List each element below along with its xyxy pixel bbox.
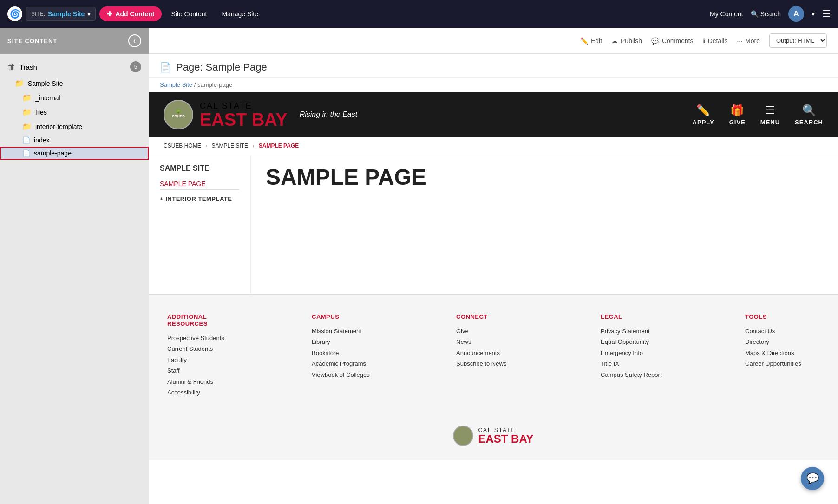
footer-link-viewbook[interactable]: Viewbook of Colleges: [312, 369, 386, 380]
folder-icon: 📁: [22, 122, 32, 131]
footer-link-contact[interactable]: Contact Us: [745, 326, 819, 336]
breadcrumb-home: CSUEB HOME: [164, 142, 201, 149]
my-content-link[interactable]: My Content: [710, 10, 743, 18]
footer-link-equal-opportunity[interactable]: Equal Opportunity: [601, 336, 675, 347]
footer-link-library[interactable]: Library: [312, 336, 386, 347]
footer-link-faculty[interactable]: Faculty: [167, 355, 242, 365]
search-label: Search: [760, 10, 781, 18]
app-logo[interactable]: 🌀: [7, 6, 22, 21]
sidebar-item-label: Sample Site: [28, 80, 63, 87]
footer-link-emergency[interactable]: Emergency Info: [601, 348, 675, 358]
file-icon: 📄: [22, 149, 30, 157]
footer-link-campus-safety[interactable]: Campus Safety Report: [601, 369, 675, 380]
give-nav-item[interactable]: 🎁 GIVE: [729, 104, 746, 126]
publish-icon: ☁: [611, 37, 618, 45]
footer-link-academic[interactable]: Academic Programs: [312, 358, 386, 369]
hamburger-menu-icon[interactable]: ☰: [822, 8, 831, 19]
more-label: More: [745, 37, 760, 45]
sidebar-item-sample-page[interactable]: 📄 sample-page: [0, 147, 149, 160]
add-content-button[interactable]: ✚ Add Content: [99, 6, 162, 21]
chat-button[interactable]: 💬: [801, 467, 824, 490]
footer-columns: ADDITIONALRESOURCES Prospective Students…: [167, 313, 819, 398]
footer-logo-bottom: CAL STATE EAST BAY: [453, 426, 533, 446]
sidebar-item-interior-template[interactable]: 📁 interior-template: [0, 119, 149, 134]
footer-col-campus: CAMPUS Mission Statement Library Booksto…: [312, 313, 386, 398]
csueb-logo: 🌳CSUEB CAL STATE EAST BAY Rising in the …: [164, 100, 357, 129]
search-button[interactable]: 🔍 Search: [751, 10, 781, 18]
footer-link-subscribe[interactable]: Subscribe to News: [456, 358, 530, 369]
footer-link-mission[interactable]: Mission Statement: [312, 326, 386, 336]
add-content-label: Add Content: [115, 10, 154, 18]
footer-link-give[interactable]: Give: [456, 326, 530, 336]
top-navigation: 🌀 SITE: Sample Site ▾ ✚ Add Content Site…: [0, 0, 838, 28]
footer-link-announcements[interactable]: Announcements: [456, 348, 530, 358]
user-menu-chevron-icon[interactable]: ▾: [812, 10, 815, 18]
footer-link-accessibility[interactable]: Accessibility: [167, 387, 242, 398]
manage-site-link[interactable]: Manage Site: [216, 6, 264, 21]
comments-button[interactable]: 💬 Comments: [651, 37, 694, 45]
sidebar-item-label: sample-page: [34, 149, 72, 157]
menu-label: MENU: [760, 119, 780, 126]
edit-label: Edit: [591, 37, 602, 45]
search-nav-icon: 🔍: [802, 104, 816, 117]
sidebar-item-label: index: [34, 136, 49, 144]
site-selector[interactable]: SITE: Sample Site ▾: [26, 7, 96, 21]
menu-icon: ☰: [765, 104, 775, 117]
folder-icon: 📁: [22, 108, 32, 116]
page-type-icon: 📄: [160, 62, 171, 73]
edit-button[interactable]: ✏️ Edit: [580, 37, 602, 45]
site-nav-sidebar: SAMPLE SITE SAMPLE PAGE + INTERIOR TEMPL…: [149, 155, 251, 294]
info-icon: ℹ: [703, 37, 705, 45]
sample-page-nav-link[interactable]: SAMPLE PAGE: [160, 178, 239, 190]
sidebar-item-label: _internal: [35, 94, 60, 102]
details-button[interactable]: ℹ Details: [703, 37, 728, 45]
more-button[interactable]: ··· More: [737, 37, 760, 45]
publish-label: Publish: [621, 37, 642, 45]
site-nav-title: SAMPLE SITE: [160, 164, 239, 173]
sidebar-item-sample-site[interactable]: 📁 Sample Site: [0, 76, 149, 90]
trash-label: Trash: [20, 63, 126, 71]
footer-link-maps[interactable]: Maps & Directions: [745, 348, 819, 358]
footer-link-prospective[interactable]: Prospective Students: [167, 333, 242, 343]
footer-link-alumni[interactable]: Alumni & Friends: [167, 376, 242, 387]
user-avatar[interactable]: A: [788, 6, 804, 22]
output-format-select[interactable]: Output: HTML: [769, 33, 827, 48]
breadcrumb-site-name: SAMPLE SITE: [211, 142, 248, 149]
give-label: GIVE: [729, 119, 746, 126]
sidebar-item-files[interactable]: 📁 files: [0, 105, 149, 119]
folder-icon: 📁: [22, 93, 32, 102]
breadcrumb-current-page: SAMPLE PAGE: [259, 142, 299, 149]
search-nav-item[interactable]: 🔍 SEARCH: [795, 104, 823, 126]
calstate-text: CAL STATE: [200, 101, 288, 111]
sidebar-tree: 🗑 Trash 5 📁 Sample Site 📁 _internal 📁 fi…: [0, 54, 149, 163]
footer-link-news[interactable]: News: [456, 336, 530, 347]
breadcrumb-sep2: ›: [252, 142, 255, 149]
edit-icon: ✏️: [580, 37, 588, 45]
footer-link-careers[interactable]: Career Opportunities: [745, 358, 819, 369]
footer-link-directory[interactable]: Directory: [745, 336, 819, 347]
search-icon: 🔍: [751, 10, 759, 18]
sidebar-item-index[interactable]: 📄 index: [0, 134, 149, 147]
footer-link-privacy[interactable]: Privacy Statement: [601, 326, 675, 336]
menu-nav-item[interactable]: ☰ MENU: [760, 104, 780, 126]
footer-col-title-connect: CONNECT: [456, 313, 530, 320]
footer-link-title-ix[interactable]: Title IX: [601, 358, 675, 369]
site-content-link[interactable]: Site Content: [165, 6, 212, 21]
trash-icon: 🗑: [7, 62, 16, 72]
footer-link-current[interactable]: Current Students: [167, 343, 242, 354]
plus-icon: ✚: [107, 10, 112, 18]
interior-template-nav-item[interactable]: + INTERIOR TEMPLATE: [160, 192, 239, 206]
breadcrumb-sep1: ›: [205, 142, 209, 149]
footer-link-staff[interactable]: Staff: [167, 365, 242, 376]
footer-link-bookstore[interactable]: Bookstore: [312, 348, 386, 358]
footer-col-legal: LEGAL Privacy Statement Equal Opportunit…: [601, 313, 675, 398]
publish-button[interactable]: ☁ Publish: [611, 37, 642, 45]
csueb-footer: ADDITIONALRESOURCES Prospective Students…: [149, 294, 838, 412]
sidebar-collapse-button[interactable]: ‹: [128, 34, 141, 47]
sidebar-item-trash[interactable]: 🗑 Trash 5: [0, 58, 149, 76]
breadcrumb-site-link[interactable]: Sample Site: [160, 81, 192, 88]
apply-label: APPLY: [693, 119, 714, 126]
breadcrumb-separator: /: [194, 81, 197, 88]
sidebar-item-internal[interactable]: 📁 _internal: [0, 90, 149, 105]
apply-nav-item[interactable]: ✏️ APPLY: [693, 104, 714, 126]
